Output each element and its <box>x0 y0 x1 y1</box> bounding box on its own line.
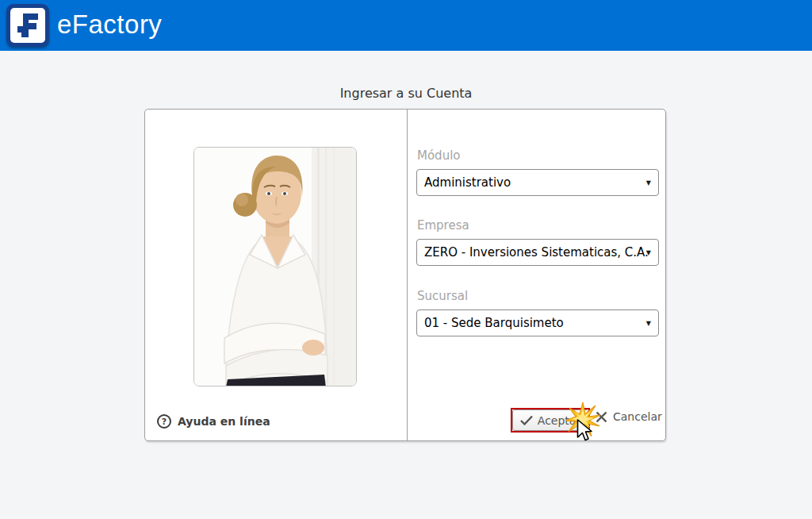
sucursal-value: 01 - Sede Barquisimeto <box>424 316 564 330</box>
help-link[interactable]: ? Ayuda en línea <box>157 414 270 429</box>
empresa-select[interactable]: ZERO - Inversiones Sistematicas, C.A. ▼ <box>416 239 659 266</box>
accept-label: Aceptar <box>538 414 580 427</box>
card-divider <box>407 110 408 440</box>
efactory-logo[interactable] <box>6 4 49 47</box>
accept-button[interactable]: Aceptar <box>512 409 588 431</box>
sucursal-label: Sucursal <box>417 289 659 303</box>
page-title: Ingresar a su Cuenta <box>0 86 812 101</box>
modulo-value: Administrativo <box>424 175 511 190</box>
modulo-label: Módulo <box>417 148 659 163</box>
empresa-value: ZERO - Inversiones Sistematicas, C.A. <box>424 245 649 260</box>
app-header: eFactory <box>0 0 812 51</box>
efactory-f-logo-icon <box>10 8 45 43</box>
chevron-down-icon: ▼ <box>646 179 651 186</box>
modulo-select[interactable]: Administrativo ▼ <box>416 169 659 196</box>
question-circle-icon: ? <box>157 414 171 429</box>
empresa-label: Empresa <box>417 218 659 233</box>
accept-click-highlight: Aceptar <box>511 408 590 432</box>
sucursal-select[interactable]: 01 - Sede Barquisimeto ▼ <box>416 309 659 336</box>
chevron-down-icon: ▼ <box>646 320 651 327</box>
woman-portrait-photo <box>193 147 357 386</box>
check-icon <box>520 415 533 425</box>
help-label: Ayuda en línea <box>178 415 270 428</box>
app-title: eFactory <box>57 0 162 51</box>
cancel-button[interactable]: Cancelar <box>596 410 662 423</box>
chevron-down-icon: ▼ <box>646 249 651 256</box>
login-card: ? Ayuda en línea Módulo Administrativo ▼… <box>144 109 666 441</box>
x-icon <box>596 411 607 423</box>
cancel-label: Cancelar <box>613 410 662 423</box>
